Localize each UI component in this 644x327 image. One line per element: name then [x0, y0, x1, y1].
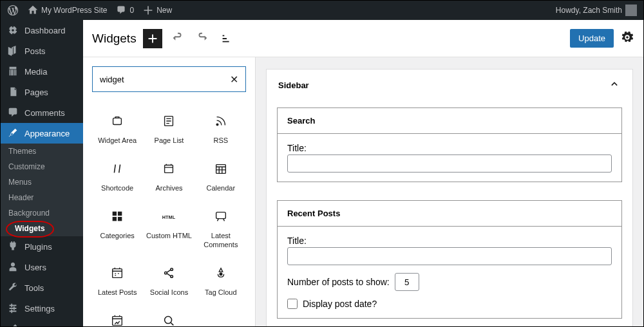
svg-rect-7	[113, 217, 117, 221]
svg-rect-5	[113, 212, 117, 216]
comment-count: 0	[129, 6, 134, 15]
undo-button[interactable]	[169, 30, 187, 48]
display-date-label: Display post date?	[303, 299, 377, 309]
block-page-list[interactable]: Page List	[144, 106, 194, 153]
site-home[interactable]: My WordPress Site	[28, 5, 107, 15]
new-content[interactable]: New	[143, 5, 172, 15]
svg-rect-0	[113, 118, 122, 124]
comments-link[interactable]: 0	[116, 5, 134, 15]
svg-point-15	[220, 273, 222, 276]
block-latest-posts[interactable]: Latest Posts	[92, 258, 142, 304]
editor-header: Widgets Update	[83, 20, 643, 57]
svg-rect-8	[118, 217, 122, 221]
block-extra[interactable]	[92, 306, 142, 327]
sidebar-plugins[interactable]: Plugins	[1, 236, 83, 257]
svg-rect-16	[113, 317, 122, 326]
wp-logo[interactable]	[7, 5, 19, 16]
sidebar-appearance[interactable]: Appearance	[1, 123, 83, 144]
sub-customize[interactable]: Customize	[1, 159, 83, 174]
svg-rect-11	[113, 268, 122, 277]
user-greeting[interactable]: Howdy, Zach Smith	[556, 5, 637, 16]
new-label: New	[156, 6, 172, 15]
search-widget[interactable]: Search Title:	[277, 107, 622, 182]
block-categories[interactable]: Categories	[92, 201, 142, 256]
redo-button[interactable]	[193, 30, 211, 48]
svg-point-13	[171, 268, 173, 270]
sidebar-posts[interactable]: Posts	[1, 41, 83, 61]
search-input[interactable]	[100, 75, 230, 84]
sidebar-media[interactable]: Media	[1, 61, 83, 82]
search-title-input[interactable]	[287, 154, 612, 173]
sidebar-tools[interactable]: Tools	[1, 277, 83, 298]
sub-widgets[interactable]: Widgets	[1, 221, 83, 236]
sidebar-comments[interactable]: Comments	[1, 102, 83, 123]
svg-point-12	[165, 272, 167, 274]
block-social-icons[interactable]: Social Icons	[144, 258, 194, 304]
display-date-checkbox[interactable]	[287, 299, 298, 309]
widget-area-panel: Sidebar Search Title: Recent Posts	[256, 57, 643, 327]
add-block-button[interactable]	[143, 29, 162, 48]
site-title: My WordPress Site	[41, 6, 107, 15]
update-button[interactable]: Update	[570, 29, 614, 48]
clear-search-button[interactable]: ✕	[230, 73, 238, 86]
page-title: Widgets	[92, 32, 137, 46]
admin-sidebar: Dashboard Posts Media Pages Comments App…	[1, 20, 83, 327]
chevron-up-icon	[608, 78, 621, 93]
svg-point-17	[165, 317, 172, 324]
appearance-submenu: Themes Customize Menus Header Background…	[1, 144, 83, 236]
sidebar-gutenberg[interactable]: Gutenberg	[1, 319, 83, 327]
sub-background[interactable]: Background	[1, 205, 83, 221]
settings-button[interactable]	[620, 30, 634, 47]
block-extra[interactable]	[144, 306, 194, 327]
num-posts-label: Number of posts to show:	[287, 277, 390, 287]
svg-rect-6	[118, 212, 122, 216]
num-posts-input[interactable]	[395, 273, 419, 291]
recent-posts-widget[interactable]: Recent Posts Title: Number of posts to s…	[277, 200, 622, 319]
block-calendar[interactable]: Calendar	[196, 154, 246, 200]
search-title-label: Title:	[287, 143, 612, 153]
sidebar-settings[interactable]: Settings	[1, 298, 83, 319]
svg-rect-4	[216, 165, 225, 174]
svg-rect-10	[216, 212, 225, 219]
block-widget-area[interactable]: Widget Area	[92, 106, 142, 153]
svg-rect-3	[165, 165, 173, 173]
sidebar-panel-header[interactable]: Sidebar	[267, 70, 632, 101]
block-rss[interactable]: RSS	[196, 106, 246, 153]
block-archives[interactable]: Archives	[144, 154, 194, 200]
list-view-button[interactable]	[218, 30, 236, 48]
sub-header[interactable]: Header	[1, 190, 83, 205]
sub-themes[interactable]: Themes	[1, 144, 83, 159]
inserter-search[interactable]: ✕	[92, 66, 246, 92]
block-latest-comments[interactable]: Latest Comments	[196, 201, 246, 256]
block-shortcode[interactable]: Shortcode	[92, 154, 142, 200]
sidebar-dashboard[interactable]: Dashboard	[1, 20, 83, 41]
block-custom-html[interactable]: HTMLCustom HTML	[144, 201, 194, 256]
avatar	[625, 5, 637, 16]
recent-title-input[interactable]	[287, 247, 612, 265]
svg-point-2	[216, 124, 218, 126]
svg-point-14	[171, 275, 173, 277]
block-inserter: ✕ Widget AreaPage ListRSSShortcodeArchiv…	[83, 57, 256, 327]
block-tag-cloud[interactable]: Tag Cloud	[196, 258, 246, 304]
sidebar-users[interactable]: Users	[1, 257, 83, 277]
recent-title-label: Title:	[287, 236, 612, 246]
sidebar-pages[interactable]: Pages	[1, 82, 83, 102]
admin-bar: My WordPress Site 0 New Howdy, Zach Smit…	[1, 1, 643, 20]
svg-text:HTML: HTML	[162, 214, 176, 220]
sub-menus[interactable]: Menus	[1, 174, 83, 190]
